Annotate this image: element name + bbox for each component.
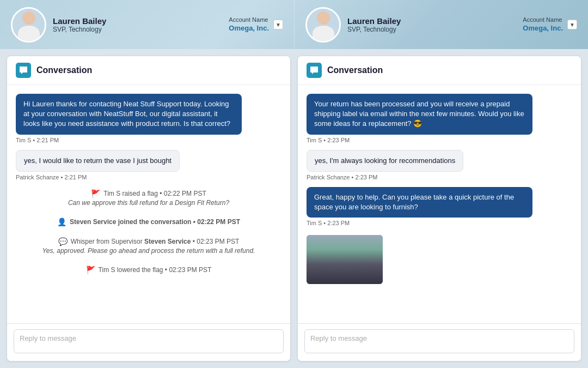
event-flag-lowered: 🚩 Tim S lowered the flag • 02:23 PM PST [16, 263, 281, 276]
account-dropdown-left[interactable]: ▼ [273, 20, 283, 29]
flag-raised-icon: 🚩 [91, 189, 100, 198]
flag-lowered-icon: 🚩 [86, 266, 95, 274]
right-agent-msg-2-text: Great, happy to help. Can you please tak… [314, 193, 514, 211]
right-agent-msg-1-meta: Tim S • 2:23 PM [307, 137, 572, 143]
left-messages-area[interactable]: Hi Lauren thanks for contacting Neat Stu… [7, 85, 290, 323]
event-join-text: Steven Service joined the conversation •… [70, 218, 240, 226]
right-agent-bubble-2: Great, happy to help. Can you please tak… [307, 187, 532, 218]
right-panel-title: Conversation [327, 65, 383, 75]
event-whisper: 💬 Whisper from Supervisor Steven Service… [16, 235, 281, 257]
message-group-2: yes, I would like to return the vase I j… [16, 150, 281, 180]
person-join-icon: 👤 [57, 218, 66, 226]
top-banner: Lauren Bailey SVP, Technology Account Na… [0, 0, 588, 49]
left-panel-header: Conversation [7, 56, 290, 85]
account-label-left: Account Name [229, 16, 269, 23]
right-agent-msg-2-meta: Tim S • 2:23 PM [307, 220, 572, 226]
right-messages-area[interactable]: Your return has been processed and you w… [298, 85, 581, 323]
right-panel: Conversation Your return has been proces… [297, 56, 581, 361]
conversation-icon-right [307, 63, 322, 78]
right-customer-msg-1-meta: Patrick Schanze • 2:23 PM [307, 174, 572, 180]
account-dropdown-right[interactable]: ▼ [567, 20, 577, 29]
right-agent-msg-1-text: Your return has been processed and you w… [314, 100, 524, 128]
right-reply-input[interactable] [304, 329, 574, 353]
user-info-left: Lauren Bailey SVP, Technology [53, 16, 218, 33]
account-name-link-left[interactable]: Omega, Inc. [229, 24, 269, 32]
user-info-right: Lauren Bailey SVP, Technology [347, 16, 512, 33]
right-customer-msg-1-text: yes, I'm always looking for recommendati… [315, 156, 455, 165]
agent-bubble-1: Hi Lauren thanks for contacting Neat Stu… [16, 94, 242, 135]
left-reply-area [7, 323, 290, 361]
event-person-joined: 👤 Steven Service joined the conversation… [16, 215, 281, 228]
right-panel-header: Conversation [298, 56, 581, 85]
conversation-icon-left [16, 63, 31, 78]
right-reply-area [298, 323, 581, 361]
account-info-left: Account Name Omega, Inc. [229, 16, 269, 33]
right-message-group-3: Great, happy to help. Can you please tak… [307, 187, 572, 226]
event-flag-raised-sub: Can we approve this full refund for a De… [68, 199, 229, 207]
avatar-left [11, 7, 46, 43]
left-panel: Conversation Hi Lauren thanks for contac… [7, 56, 291, 361]
message-group-1: Hi Lauren thanks for contacting Neat Stu… [16, 94, 281, 143]
panels-container: Conversation Hi Lauren thanks for contac… [0, 49, 588, 368]
avatar-right [305, 7, 341, 43]
right-agent-bubble-1: Your return has been processed and you w… [307, 94, 532, 135]
customer-msg-1-meta: Patrick Schanze • 2:21 PM [16, 174, 281, 180]
event-whisper-text: Whisper from Supervisor Steven Service •… [71, 238, 240, 245]
image-preview-inner [307, 235, 383, 284]
left-panel-title: Conversation [36, 65, 92, 75]
account-info-right: Account Name Omega, Inc. [523, 16, 563, 33]
agent-msg-1-text: Hi Lauren thanks for contacting Neat Stu… [23, 100, 230, 128]
customer-bubble-1: yes, I would like to return the vase I j… [16, 150, 180, 172]
image-preview [307, 235, 383, 284]
right-message-group-2: yes, I'm always looking for recommendati… [307, 150, 572, 180]
user-title-left: SVP, Technology [53, 26, 218, 33]
right-customer-bubble-1: yes, I'm always looking for recommendati… [307, 150, 463, 172]
banner-right: Lauren Bailey SVP, Technology Account Na… [294, 0, 588, 49]
right-message-group-1: Your return has been processed and you w… [307, 94, 572, 143]
user-title-right: SVP, Technology [347, 26, 512, 33]
customer-msg-1-text: yes, I would like to return the vase I j… [24, 156, 171, 165]
user-name-right: Lauren Bailey [347, 16, 512, 26]
left-reply-input[interactable] [14, 329, 284, 353]
agent-msg-1-meta: Tim S • 2:21 PM [16, 137, 281, 143]
account-name-link-right[interactable]: Omega, Inc. [523, 24, 563, 32]
account-label-right: Account Name [523, 16, 563, 23]
event-flag-raised: 🚩 Tim S raised a flag • 02:22 PM PST Can… [16, 187, 281, 209]
event-whisper-sub: Yes, approved. Please go ahead and proce… [42, 247, 255, 255]
user-name-left: Lauren Bailey [53, 16, 218, 26]
banner-left: Lauren Bailey SVP, Technology Account Na… [0, 0, 294, 49]
whisper-icon: 💬 [58, 237, 68, 246]
